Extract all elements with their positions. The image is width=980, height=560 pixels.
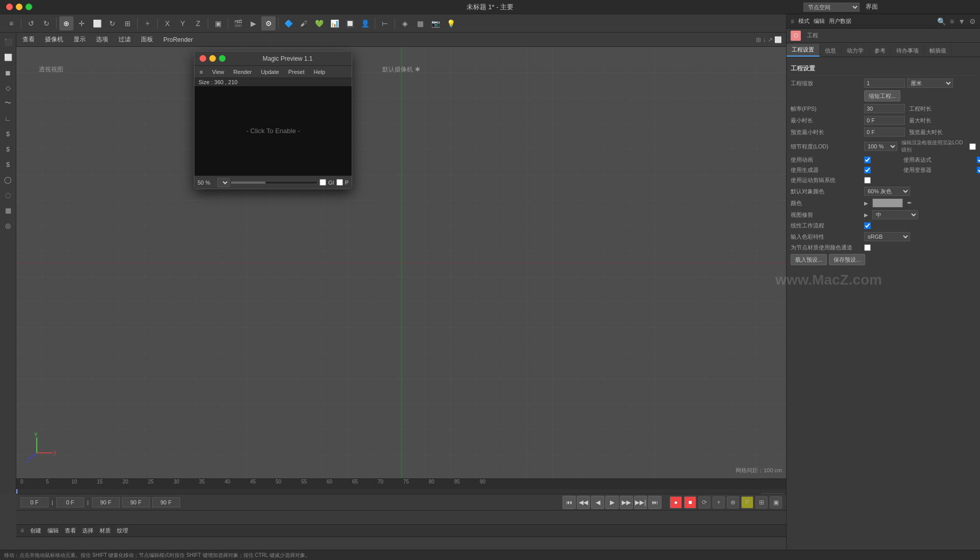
viewport-menu-prorender[interactable]: ProRender xyxy=(161,35,195,44)
shrink-project-button[interactable]: 缩短工程... xyxy=(864,90,900,101)
viewport-menu-camera[interactable]: 摄像机 xyxy=(43,34,65,45)
add-keyframe-icon[interactable]: + xyxy=(713,496,725,508)
keyframe-selection-icon[interactable]: ⊞ xyxy=(755,496,768,508)
grid-icon[interactable]: ▦ xyxy=(413,16,427,31)
save-preset-button[interactable]: 保存预设... xyxy=(829,254,865,265)
view-cube-icon[interactable]: ⬛ xyxy=(1,35,15,49)
rp-settings-icon[interactable]: ⚙ xyxy=(969,17,976,26)
tab-dynamics[interactable]: 动力学 xyxy=(842,45,869,57)
loop-icon[interactable]: ⟳ xyxy=(698,496,710,508)
blp-select[interactable]: 选择 xyxy=(82,527,93,534)
checkerboard-icon[interactable]: ⬜ xyxy=(1,50,15,64)
preview-end-input[interactable] xyxy=(152,497,180,507)
blp-view[interactable]: 查看 xyxy=(65,527,76,534)
blp-edit[interactable]: 编辑 xyxy=(47,527,59,534)
mp-max-button[interactable] xyxy=(219,55,226,62)
motion-clip-icon[interactable]: 📊 xyxy=(327,16,341,31)
scale-input[interactable] xyxy=(864,79,905,88)
minimize-button[interactable] xyxy=(16,4,22,10)
brush-icon[interactable]: ◌ xyxy=(1,188,15,202)
view-clip-select[interactable]: 中 xyxy=(872,210,918,219)
angle-icon[interactable]: ∟ xyxy=(1,111,15,125)
node-space-dropdown[interactable]: 节点空间 xyxy=(803,3,860,12)
camera-nav-icon[interactable]: 📷 xyxy=(428,16,443,31)
grid2-icon[interactable]: ▦ xyxy=(1,203,15,217)
preview-min-input[interactable] xyxy=(864,128,905,137)
use-motion-clips-checkbox[interactable] xyxy=(864,177,871,184)
tab-frame-blend[interactable]: 帧插值 xyxy=(924,45,952,57)
add-icon[interactable]: ＋ xyxy=(140,16,155,31)
load-preset-button[interactable]: 载入预设... xyxy=(791,254,827,265)
rp-menu-mode[interactable]: 模式 xyxy=(798,17,810,25)
x-axis-icon[interactable]: X xyxy=(160,16,175,31)
node-icon[interactable]: 🔲 xyxy=(342,16,357,31)
mp-menu-help[interactable]: Help xyxy=(311,68,327,76)
preview-start-input[interactable] xyxy=(122,497,150,507)
search-icon[interactable]: 🔍 xyxy=(937,17,946,26)
lod-select[interactable]: 100 % xyxy=(864,142,897,151)
transform-tool-icon[interactable]: ⊞ xyxy=(120,16,135,31)
mp-progress-slider[interactable] xyxy=(231,181,317,184)
undo-icon[interactable]: ↺ xyxy=(24,16,38,31)
mp-menu-view[interactable]: View xyxy=(210,68,226,76)
node2-icon[interactable]: ◎ xyxy=(1,218,15,233)
use-deformers-checkbox[interactable] xyxy=(977,167,980,173)
viewport[interactable]: 查看 摄像机 显示 选项 过滤 面板 ProRender ⊞ ↓ ↗ ⬜ 透视视… xyxy=(16,33,786,478)
min-time-input[interactable] xyxy=(864,116,905,125)
color-picker-icon[interactable]: ✒ xyxy=(907,199,912,207)
redo-icon[interactable]: ↻ xyxy=(39,16,54,31)
input-color-select[interactable]: sRGB xyxy=(864,232,910,241)
use-generators-checkbox[interactable] xyxy=(864,167,871,173)
blp-material[interactable]: 材质 xyxy=(100,527,111,534)
first-frame-button[interactable]: ⏮ xyxy=(562,496,576,509)
lod-use-render-checkbox[interactable] xyxy=(969,143,976,150)
mp-p-checkbox[interactable] xyxy=(336,179,343,186)
character-icon[interactable]: 👤 xyxy=(358,16,372,31)
paint-icon[interactable]: 🖌 xyxy=(297,16,311,31)
magnet-icon[interactable]: ◯ xyxy=(1,172,15,187)
node-alpha-checkbox[interactable] xyxy=(864,244,871,251)
play-render-icon[interactable]: ▶ xyxy=(246,16,260,31)
window-controls[interactable] xyxy=(6,4,32,10)
viewport-menu-options[interactable]: 选项 xyxy=(94,34,110,45)
mp-menu-update[interactable]: Update xyxy=(259,68,281,76)
blp-texture[interactable]: 纹理 xyxy=(117,527,128,534)
next-key-button[interactable]: ▶▶| xyxy=(634,496,647,509)
prev-key-button[interactable]: ◀◀ xyxy=(577,496,590,509)
y-axis-icon[interactable]: Y xyxy=(176,16,190,31)
shading-2-icon[interactable]: $ xyxy=(1,142,15,156)
menu-icon[interactable]: ≡ xyxy=(4,16,18,31)
shading-s-icon[interactable]: $ xyxy=(1,126,15,141)
model-icon[interactable]: ▣ xyxy=(211,16,225,31)
render-preview-icon[interactable]: 🎬 xyxy=(231,16,245,31)
poly-icon[interactable]: ◇ xyxy=(1,81,15,95)
current-frame-input[interactable] xyxy=(20,497,48,507)
use-expressions-checkbox[interactable] xyxy=(977,157,980,163)
z-axis-icon[interactable]: Z xyxy=(191,16,205,31)
tab-reference[interactable]: 参考 xyxy=(869,45,891,57)
select-tool-icon[interactable]: ⊕ xyxy=(59,16,74,31)
perspective-icon[interactable]: 🔷 xyxy=(281,16,296,31)
mp-close-button[interactable] xyxy=(200,55,206,62)
viewport-menu-panel[interactable]: 面板 xyxy=(139,34,155,45)
snap-icon[interactable]: ⊢ xyxy=(378,16,392,31)
fps-input[interactable] xyxy=(864,104,905,113)
prev-frame-button[interactable]: ◀ xyxy=(591,496,604,509)
rp-menu-userdata[interactable]: 用户数据 xyxy=(829,17,851,25)
frame-start-input[interactable] xyxy=(56,497,84,507)
layout-icon[interactable]: ≡ xyxy=(950,17,954,26)
rp-menu-edit[interactable]: 编辑 xyxy=(814,17,825,25)
mp-menu-icon[interactable]: ≡ xyxy=(198,68,205,76)
play-button[interactable]: ▶ xyxy=(605,496,619,509)
scale-tool-icon[interactable]: ⬜ xyxy=(90,16,104,31)
next-frame-button[interactable]: ▶▶ xyxy=(620,496,633,509)
autokey-icon[interactable]: P xyxy=(741,496,753,508)
magic-preview-canvas[interactable]: - Click To Enable - xyxy=(194,86,352,175)
viewport-menu-filter[interactable]: 过滤 xyxy=(116,34,133,45)
move-tool-icon[interactable]: ✛ xyxy=(75,16,89,31)
mp-menu-preset[interactable]: Preset xyxy=(286,68,307,76)
blp-menu-icon[interactable]: ≡ xyxy=(20,527,24,534)
default-color-select[interactable]: 60% 灰色 xyxy=(864,187,910,196)
rp-menu-icon[interactable]: ≡ xyxy=(791,18,794,25)
surface-icon[interactable]: ◼ xyxy=(1,65,15,80)
